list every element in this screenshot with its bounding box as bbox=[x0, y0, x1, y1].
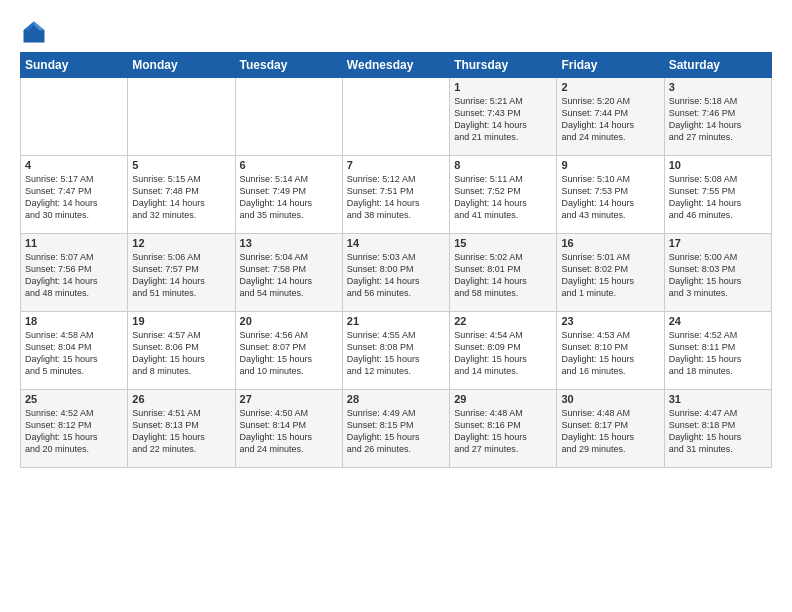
day-number: 2 bbox=[561, 81, 659, 93]
day-number: 4 bbox=[25, 159, 123, 171]
day-cell: 15Sunrise: 5:02 AM Sunset: 8:01 PM Dayli… bbox=[450, 234, 557, 312]
cell-content: Sunrise: 5:03 AM Sunset: 8:00 PM Dayligh… bbox=[347, 251, 445, 300]
header-row: SundayMondayTuesdayWednesdayThursdayFrid… bbox=[21, 53, 772, 78]
header-cell-saturday: Saturday bbox=[664, 53, 771, 78]
day-cell: 8Sunrise: 5:11 AM Sunset: 7:52 PM Daylig… bbox=[450, 156, 557, 234]
day-cell: 14Sunrise: 5:03 AM Sunset: 8:00 PM Dayli… bbox=[342, 234, 449, 312]
day-cell: 17Sunrise: 5:00 AM Sunset: 8:03 PM Dayli… bbox=[664, 234, 771, 312]
cell-content: Sunrise: 4:52 AM Sunset: 8:11 PM Dayligh… bbox=[669, 329, 767, 378]
day-number: 31 bbox=[669, 393, 767, 405]
day-cell: 5Sunrise: 5:15 AM Sunset: 7:48 PM Daylig… bbox=[128, 156, 235, 234]
cell-content: Sunrise: 4:56 AM Sunset: 8:07 PM Dayligh… bbox=[240, 329, 338, 378]
day-cell: 28Sunrise: 4:49 AM Sunset: 8:15 PM Dayli… bbox=[342, 390, 449, 468]
header bbox=[20, 18, 772, 46]
day-cell bbox=[342, 78, 449, 156]
day-cell: 7Sunrise: 5:12 AM Sunset: 7:51 PM Daylig… bbox=[342, 156, 449, 234]
day-number: 30 bbox=[561, 393, 659, 405]
day-number: 24 bbox=[669, 315, 767, 327]
cell-content: Sunrise: 4:58 AM Sunset: 8:04 PM Dayligh… bbox=[25, 329, 123, 378]
week-row-2: 4Sunrise: 5:17 AM Sunset: 7:47 PM Daylig… bbox=[21, 156, 772, 234]
day-number: 8 bbox=[454, 159, 552, 171]
day-cell: 24Sunrise: 4:52 AM Sunset: 8:11 PM Dayli… bbox=[664, 312, 771, 390]
header-cell-monday: Monday bbox=[128, 53, 235, 78]
day-cell: 1Sunrise: 5:21 AM Sunset: 7:43 PM Daylig… bbox=[450, 78, 557, 156]
cell-content: Sunrise: 4:54 AM Sunset: 8:09 PM Dayligh… bbox=[454, 329, 552, 378]
day-cell: 19Sunrise: 4:57 AM Sunset: 8:06 PM Dayli… bbox=[128, 312, 235, 390]
header-cell-thursday: Thursday bbox=[450, 53, 557, 78]
week-row-1: 1Sunrise: 5:21 AM Sunset: 7:43 PM Daylig… bbox=[21, 78, 772, 156]
day-number: 11 bbox=[25, 237, 123, 249]
cell-content: Sunrise: 4:50 AM Sunset: 8:14 PM Dayligh… bbox=[240, 407, 338, 456]
header-cell-wednesday: Wednesday bbox=[342, 53, 449, 78]
day-cell: 23Sunrise: 4:53 AM Sunset: 8:10 PM Dayli… bbox=[557, 312, 664, 390]
cell-content: Sunrise: 5:00 AM Sunset: 8:03 PM Dayligh… bbox=[669, 251, 767, 300]
cell-content: Sunrise: 5:04 AM Sunset: 7:58 PM Dayligh… bbox=[240, 251, 338, 300]
day-number: 18 bbox=[25, 315, 123, 327]
cell-content: Sunrise: 4:49 AM Sunset: 8:15 PM Dayligh… bbox=[347, 407, 445, 456]
header-cell-tuesday: Tuesday bbox=[235, 53, 342, 78]
day-cell: 13Sunrise: 5:04 AM Sunset: 7:58 PM Dayli… bbox=[235, 234, 342, 312]
cell-content: Sunrise: 4:55 AM Sunset: 8:08 PM Dayligh… bbox=[347, 329, 445, 378]
day-cell: 20Sunrise: 4:56 AM Sunset: 8:07 PM Dayli… bbox=[235, 312, 342, 390]
day-number: 26 bbox=[132, 393, 230, 405]
day-cell: 31Sunrise: 4:47 AM Sunset: 8:18 PM Dayli… bbox=[664, 390, 771, 468]
day-number: 7 bbox=[347, 159, 445, 171]
week-row-4: 18Sunrise: 4:58 AM Sunset: 8:04 PM Dayli… bbox=[21, 312, 772, 390]
calendar-header: SundayMondayTuesdayWednesdayThursdayFrid… bbox=[21, 53, 772, 78]
day-number: 3 bbox=[669, 81, 767, 93]
day-cell: 3Sunrise: 5:18 AM Sunset: 7:46 PM Daylig… bbox=[664, 78, 771, 156]
cell-content: Sunrise: 5:12 AM Sunset: 7:51 PM Dayligh… bbox=[347, 173, 445, 222]
cell-content: Sunrise: 4:52 AM Sunset: 8:12 PM Dayligh… bbox=[25, 407, 123, 456]
day-cell: 2Sunrise: 5:20 AM Sunset: 7:44 PM Daylig… bbox=[557, 78, 664, 156]
cell-content: Sunrise: 5:11 AM Sunset: 7:52 PM Dayligh… bbox=[454, 173, 552, 222]
cell-content: Sunrise: 4:57 AM Sunset: 8:06 PM Dayligh… bbox=[132, 329, 230, 378]
day-number: 6 bbox=[240, 159, 338, 171]
cell-content: Sunrise: 5:20 AM Sunset: 7:44 PM Dayligh… bbox=[561, 95, 659, 144]
cell-content: Sunrise: 4:53 AM Sunset: 8:10 PM Dayligh… bbox=[561, 329, 659, 378]
day-number: 1 bbox=[454, 81, 552, 93]
calendar-body: 1Sunrise: 5:21 AM Sunset: 7:43 PM Daylig… bbox=[21, 78, 772, 468]
day-number: 21 bbox=[347, 315, 445, 327]
day-cell: 4Sunrise: 5:17 AM Sunset: 7:47 PM Daylig… bbox=[21, 156, 128, 234]
day-number: 20 bbox=[240, 315, 338, 327]
cell-content: Sunrise: 5:02 AM Sunset: 8:01 PM Dayligh… bbox=[454, 251, 552, 300]
day-number: 5 bbox=[132, 159, 230, 171]
day-cell bbox=[235, 78, 342, 156]
page: SundayMondayTuesdayWednesdayThursdayFrid… bbox=[0, 0, 792, 612]
cell-content: Sunrise: 5:21 AM Sunset: 7:43 PM Dayligh… bbox=[454, 95, 552, 144]
day-number: 17 bbox=[669, 237, 767, 249]
cell-content: Sunrise: 5:15 AM Sunset: 7:48 PM Dayligh… bbox=[132, 173, 230, 222]
day-cell: 27Sunrise: 4:50 AM Sunset: 8:14 PM Dayli… bbox=[235, 390, 342, 468]
cell-content: Sunrise: 5:10 AM Sunset: 7:53 PM Dayligh… bbox=[561, 173, 659, 222]
cell-content: Sunrise: 4:47 AM Sunset: 8:18 PM Dayligh… bbox=[669, 407, 767, 456]
logo bbox=[20, 18, 52, 46]
cell-content: Sunrise: 4:48 AM Sunset: 8:16 PM Dayligh… bbox=[454, 407, 552, 456]
day-number: 10 bbox=[669, 159, 767, 171]
logo-icon bbox=[20, 18, 48, 46]
day-number: 25 bbox=[25, 393, 123, 405]
week-row-3: 11Sunrise: 5:07 AM Sunset: 7:56 PM Dayli… bbox=[21, 234, 772, 312]
cell-content: Sunrise: 5:01 AM Sunset: 8:02 PM Dayligh… bbox=[561, 251, 659, 300]
week-row-5: 25Sunrise: 4:52 AM Sunset: 8:12 PM Dayli… bbox=[21, 390, 772, 468]
day-cell: 29Sunrise: 4:48 AM Sunset: 8:16 PM Dayli… bbox=[450, 390, 557, 468]
day-cell bbox=[128, 78, 235, 156]
cell-content: Sunrise: 5:18 AM Sunset: 7:46 PM Dayligh… bbox=[669, 95, 767, 144]
day-cell: 9Sunrise: 5:10 AM Sunset: 7:53 PM Daylig… bbox=[557, 156, 664, 234]
cell-content: Sunrise: 4:48 AM Sunset: 8:17 PM Dayligh… bbox=[561, 407, 659, 456]
day-number: 28 bbox=[347, 393, 445, 405]
day-number: 23 bbox=[561, 315, 659, 327]
cell-content: Sunrise: 5:06 AM Sunset: 7:57 PM Dayligh… bbox=[132, 251, 230, 300]
day-cell: 16Sunrise: 5:01 AM Sunset: 8:02 PM Dayli… bbox=[557, 234, 664, 312]
cell-content: Sunrise: 5:14 AM Sunset: 7:49 PM Dayligh… bbox=[240, 173, 338, 222]
day-cell: 18Sunrise: 4:58 AM Sunset: 8:04 PM Dayli… bbox=[21, 312, 128, 390]
cell-content: Sunrise: 4:51 AM Sunset: 8:13 PM Dayligh… bbox=[132, 407, 230, 456]
day-cell: 22Sunrise: 4:54 AM Sunset: 8:09 PM Dayli… bbox=[450, 312, 557, 390]
day-number: 29 bbox=[454, 393, 552, 405]
day-cell: 10Sunrise: 5:08 AM Sunset: 7:55 PM Dayli… bbox=[664, 156, 771, 234]
day-cell: 30Sunrise: 4:48 AM Sunset: 8:17 PM Dayli… bbox=[557, 390, 664, 468]
day-cell: 12Sunrise: 5:06 AM Sunset: 7:57 PM Dayli… bbox=[128, 234, 235, 312]
day-number: 13 bbox=[240, 237, 338, 249]
cell-content: Sunrise: 5:08 AM Sunset: 7:55 PM Dayligh… bbox=[669, 173, 767, 222]
day-number: 22 bbox=[454, 315, 552, 327]
day-cell: 21Sunrise: 4:55 AM Sunset: 8:08 PM Dayli… bbox=[342, 312, 449, 390]
